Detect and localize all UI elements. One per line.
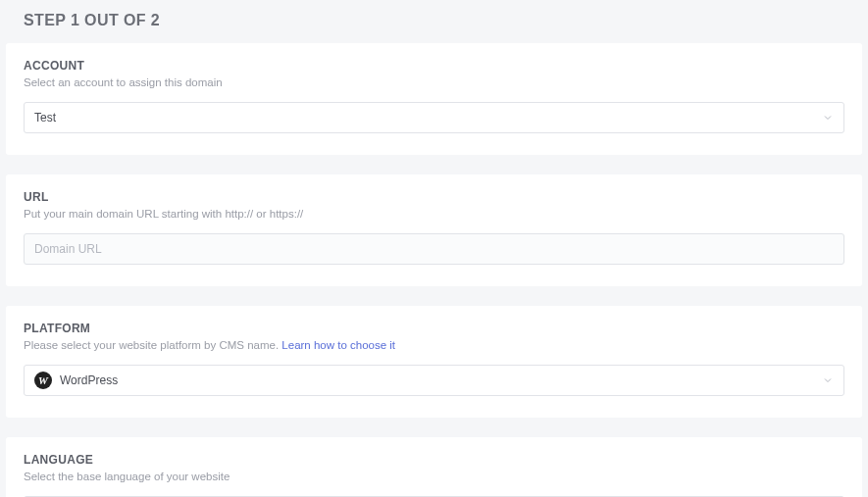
language-title: LANGUAGE [24,453,844,467]
platform-section: PLATFORM Please select your website plat… [6,306,862,418]
platform-learn-link[interactable]: Learn how to choose it [281,339,395,351]
chevron-down-icon [822,112,834,124]
url-input[interactable] [34,242,834,256]
account-selected-value: Test [34,111,56,124]
platform-desc: Please select your website platform by C… [24,339,844,351]
account-desc: Select an account to assign this domain [24,76,844,88]
platform-selected-value: WordPress [60,373,118,387]
account-section: ACCOUNT Select an account to assign this… [6,43,862,155]
language-desc: Select the base language of your website [24,471,844,482]
url-desc: Put your main domain URL starting with h… [24,208,844,220]
url-title: URL [24,190,844,204]
account-title: ACCOUNT [24,59,844,73]
url-section: URL Put your main domain URL starting wi… [6,174,862,286]
url-input-wrapper[interactable] [24,233,844,265]
platform-desc-text: Please select your website platform by C… [24,339,281,351]
page-title: STEP 1 OUT OF 2 [24,12,862,29]
platform-title: PLATFORM [24,322,844,335]
chevron-down-icon [822,374,834,386]
platform-select[interactable]: W WordPress [24,365,844,396]
account-select[interactable]: Test [24,102,844,133]
wordpress-icon: W [34,372,52,389]
language-section: LANGUAGE Select the base language of you… [6,437,862,497]
